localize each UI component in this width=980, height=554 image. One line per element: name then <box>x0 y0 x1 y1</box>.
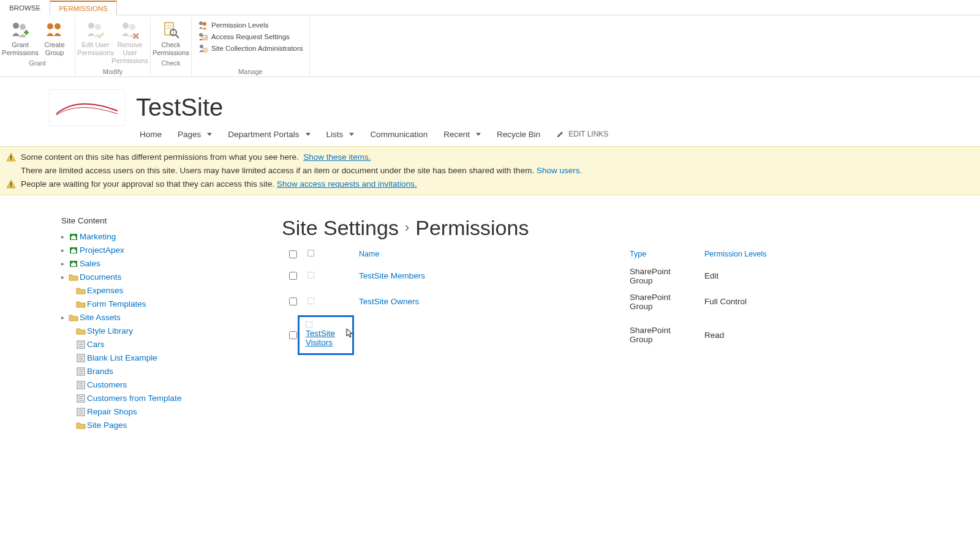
svg-point-1 <box>20 24 26 30</box>
nav-lists[interactable]: Lists <box>326 130 355 139</box>
site-collection-admins-button[interactable]: Site Collection Administrators <box>198 43 303 53</box>
edit-user-permissions-label: Edit User Permissions <box>77 41 114 57</box>
tree-item[interactable]: Form Templates <box>61 298 257 311</box>
site-title: TestSite <box>136 94 223 121</box>
col-header-name[interactable]: Name <box>355 246 625 263</box>
table-row: TestSite Visitors SharePoint Group Read <box>283 315 967 355</box>
tree-item[interactable]: Style Library <box>61 324 257 338</box>
chevron-down-icon <box>207 133 212 136</box>
breadcrumb: Site Settings › Permissions <box>282 216 968 240</box>
nav-communication[interactable]: Communication <box>370 130 428 139</box>
chevron-down-icon <box>349 133 354 136</box>
site-collection-admins-icon <box>198 43 208 53</box>
permission-levels-button[interactable]: Permission Levels <box>198 20 268 30</box>
permission-levels-label: Permission Levels <box>211 20 268 30</box>
create-group-label: Create Group <box>44 41 64 57</box>
show-access-requests-link[interactable]: Show access requests and invitations. <box>277 179 417 189</box>
nav-recent[interactable]: Recent <box>443 130 481 139</box>
tree-node-icon <box>76 286 86 296</box>
ribbon-group-check-label: Check <box>154 59 187 67</box>
tree-node-icon <box>69 232 78 242</box>
breadcrumb-separator-icon: › <box>405 220 409 236</box>
nav-recycle-bin[interactable]: Recycle Bin <box>497 130 540 139</box>
nav-pages[interactable]: Pages <box>178 130 212 139</box>
tree-node-icon <box>69 272 78 282</box>
check-permissions-button[interactable]: Check Permissions <box>154 19 187 58</box>
expand-icon[interactable]: ▸ <box>61 231 67 243</box>
tree-item[interactable]: Customers <box>61 378 257 392</box>
tree-item[interactable]: ▸ProjectApex <box>61 244 257 257</box>
highlighted-selection-box: TestSite Visitors <box>298 315 354 355</box>
tree-item-label: Documents <box>80 271 121 283</box>
tree-item[interactable]: Blank List Example <box>61 351 257 365</box>
row-checkbox[interactable] <box>289 298 297 305</box>
group-link-owners[interactable]: TestSite Owners <box>359 297 419 306</box>
chevron-down-icon <box>306 133 311 136</box>
remove-user-permissions-icon <box>120 20 140 40</box>
col-header-levels[interactable]: Permission Levels <box>701 246 967 263</box>
table-row: TestSite Owners SharePoint Group Full Co… <box>283 290 967 314</box>
tree-node-icon <box>76 299 86 309</box>
site-logo[interactable] <box>49 89 125 126</box>
create-group-button[interactable]: Create Group <box>38 19 71 58</box>
tree-item-label: Cars <box>87 339 105 351</box>
nav-home[interactable]: Home <box>140 130 162 139</box>
access-request-icon <box>198 32 208 42</box>
row-checkbox[interactable] <box>289 272 297 280</box>
access-request-settings-button[interactable]: Access Request Settings <box>198 32 290 42</box>
nav-department-portals[interactable]: Department Portals <box>228 130 310 139</box>
svg-point-19 <box>205 50 206 51</box>
tree-node-icon <box>76 394 86 403</box>
show-these-items-link[interactable]: Show these items. <box>303 152 371 162</box>
tree-item[interactable]: Cars <box>61 338 257 351</box>
grant-permissions-label: Grant Permissions <box>2 41 39 57</box>
breadcrumb-permissions: Permissions <box>415 216 529 240</box>
group-link-visitors[interactable]: TestSite Visitors <box>306 329 335 347</box>
tree-item-label: Sales <box>80 258 100 270</box>
warning-icon <box>6 179 16 189</box>
tree-item[interactable]: ▸Sales <box>61 257 257 271</box>
svg-point-0 <box>13 23 19 29</box>
tree-item[interactable]: ▸Site Assets <box>61 311 257 324</box>
svg-rect-16 <box>203 36 207 40</box>
tree-item-label: Form Templates <box>87 298 146 310</box>
row-mini-checkbox-icon <box>306 321 312 328</box>
group-link-members[interactable]: TestSite Members <box>359 271 425 280</box>
expand-icon[interactable]: ▸ <box>61 271 67 283</box>
tree-item[interactable]: Customers from Template <box>61 392 257 405</box>
tree-item[interactable]: ▸Marketing <box>61 230 257 244</box>
permission-levels-icon <box>198 20 208 30</box>
page-tabs: BROWSE PERMISSIONS <box>0 0 980 15</box>
check-permissions-label: Check Permissions <box>153 41 189 57</box>
tab-browse[interactable]: BROWSE <box>0 1 50 15</box>
ribbon-group-grant: Grant Permissions Create Group Grant <box>0 18 75 77</box>
remove-user-permissions-button[interactable]: Remove User Permissions <box>113 19 146 67</box>
col-header-type[interactable]: Type <box>626 246 699 263</box>
tree-item-label: Marketing <box>80 231 116 243</box>
row-type: SharePoint Group <box>626 264 699 288</box>
expand-icon[interactable]: ▸ <box>61 258 67 270</box>
svg-point-2 <box>47 23 53 29</box>
tree-item[interactable]: Expenses <box>61 284 257 298</box>
tree-item[interactable]: Repair Shops <box>61 405 257 419</box>
edit-user-permissions-button[interactable]: Edit User Permissions <box>79 19 112 67</box>
edit-links-button[interactable]: EDIT LINKS <box>556 130 608 138</box>
nav-department-label: Department Portals <box>228 130 299 139</box>
row-checkbox[interactable] <box>289 331 297 339</box>
nav-recent-label: Recent <box>443 130 470 139</box>
svg-point-14 <box>203 22 206 26</box>
breadcrumb-site-settings[interactable]: Site Settings <box>282 216 399 240</box>
notification-2-text: There are limited access users on this s… <box>21 166 534 175</box>
tree-item-label: Customers from Template <box>87 392 181 405</box>
tree-node-icon <box>69 245 78 255</box>
expand-icon[interactable]: ▸ <box>61 244 67 256</box>
expand-icon[interactable]: ▸ <box>61 312 67 324</box>
tree-item[interactable]: ▸Documents <box>61 271 257 284</box>
tab-permissions[interactable]: PERMISSIONS <box>50 1 117 15</box>
show-users-link[interactable]: Show users. <box>537 166 582 175</box>
select-all-checkbox[interactable] <box>289 250 297 258</box>
grant-permissions-button[interactable]: Grant Permissions <box>4 19 37 58</box>
ribbon-group-grant-label: Grant <box>4 59 71 67</box>
tree-item[interactable]: Brands <box>61 365 257 378</box>
tree-item[interactable]: Site Pages <box>61 419 257 432</box>
